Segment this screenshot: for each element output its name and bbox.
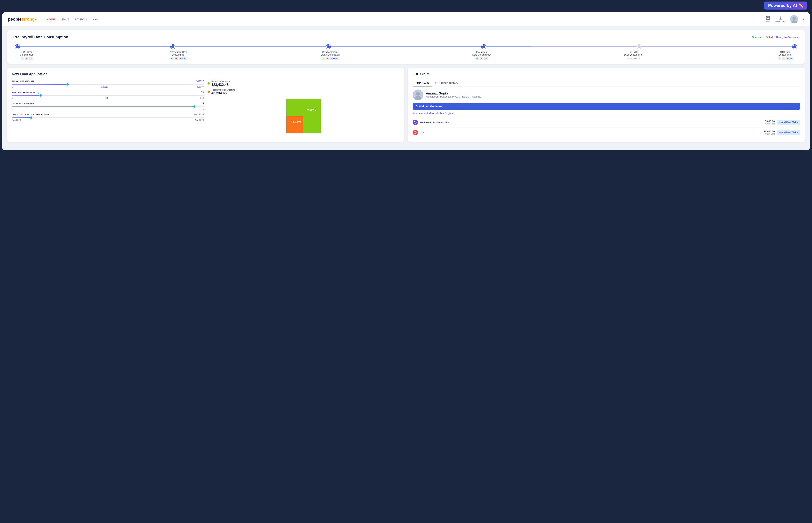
badge-inv-red: 0 bbox=[479, 57, 483, 60]
step-dot-3[interactable] bbox=[481, 45, 486, 49]
principle-range: 0 146317 496107 bbox=[12, 86, 204, 88]
top-bar: Powered by AI ✏️ bbox=[0, 0, 812, 11]
step-dot-1[interactable] bbox=[171, 45, 175, 49]
interest-fill bbox=[12, 106, 194, 107]
downloads-button[interactable]: Downloads bbox=[775, 16, 786, 23]
fbp-title: FBP Claim bbox=[413, 72, 800, 76]
emi-fill bbox=[12, 95, 41, 96]
principle-min: 0 bbox=[12, 86, 13, 88]
badge-att-blue: 54326 bbox=[178, 57, 187, 60]
loan-content: PRINCIPLE AMOUNT 146317 0 146317 496107 bbox=[12, 80, 400, 133]
interest-label-row: INTEREST RATE (%) 5 bbox=[12, 102, 204, 105]
emi-thumb[interactable] bbox=[39, 94, 42, 97]
deduction-track[interactable] bbox=[12, 117, 204, 118]
add-claim-button-0[interactable]: + Add New Claim bbox=[777, 120, 800, 125]
interest-thumb[interactable] bbox=[193, 105, 196, 108]
principle-fill bbox=[12, 84, 68, 85]
nav-bar: peoplestrong+ HOME LEAVE PAYROLL ••• Tas… bbox=[2, 12, 810, 26]
deduction-label-row: LOAN DEDUCTION START MONTH Sep 2024 bbox=[12, 113, 204, 116]
step-label-5: CTC DataConsumption 0 0 5426 bbox=[774, 51, 797, 60]
pie-label-orange: 25.65% bbox=[306, 109, 316, 112]
nav-leave[interactable]: LEAVE bbox=[60, 18, 70, 21]
badge-inv-green: 0 bbox=[475, 57, 479, 60]
interest-min: 0 bbox=[12, 108, 13, 110]
tab-fbp-history[interactable]: FBP Claim History bbox=[432, 80, 461, 87]
step-dot-0[interactable] bbox=[15, 45, 19, 49]
fbp-name: Amanat Gupta bbox=[426, 92, 481, 95]
step-dot-4[interactable] bbox=[637, 45, 641, 49]
claim-limit-value-1: 15,000.00 bbox=[764, 130, 775, 133]
claim-left-0: Fuel Reimbursement New bbox=[413, 120, 450, 125]
step-badges-0: 0 0 1 bbox=[15, 57, 38, 60]
interest-track[interactable] bbox=[12, 106, 204, 107]
chart-legend: Principle Amount 123,432.43 Total Intere… bbox=[208, 80, 399, 97]
nav-home[interactable]: HOME bbox=[46, 18, 55, 21]
tab-fbp-claim[interactable]: FBP Claim bbox=[413, 80, 432, 87]
nav-payroll[interactable]: PAYROLL bbox=[75, 18, 88, 21]
main-card: peoplestrong+ HOME LEAVE PAYROLL ••• Tas… bbox=[2, 12, 810, 150]
emi-mid: 53 bbox=[106, 97, 108, 99]
claim-name-0: Fuel Reimbursement New bbox=[420, 121, 450, 124]
interest-max: 5 bbox=[203, 108, 204, 110]
claim-icon-1 bbox=[413, 130, 418, 135]
fbp-profile-info: Amanat Gupta Management Trainee Employee… bbox=[426, 92, 481, 98]
interest-legend-amount: 43,234.65 bbox=[211, 91, 234, 95]
deduction-thumb[interactable] bbox=[30, 116, 33, 119]
deduction-value: Sep 2024 bbox=[194, 113, 204, 116]
principle-dot bbox=[208, 82, 210, 85]
principle-track[interactable] bbox=[12, 84, 204, 85]
logo: peoplestrong+ bbox=[8, 17, 37, 22]
deduction-label: LOAN DEDUCTION START MONTH bbox=[12, 113, 49, 116]
steps-line-wrapper bbox=[15, 45, 797, 49]
svg-point-9 bbox=[288, 101, 319, 131]
claim-limit-label-1: Claim Limit bbox=[764, 133, 775, 135]
principle-label-row: PRINCIPLE AMOUNT 146317 bbox=[12, 80, 204, 83]
emi-label: EMI TENURE (IN MONTH) bbox=[12, 91, 39, 93]
step-dot-2[interactable] bbox=[326, 45, 331, 49]
claim-limit-block-1: 15,000.00 Claim Limit bbox=[764, 130, 775, 135]
claim-limit-label-0: Claim Limit bbox=[765, 123, 775, 125]
claim-right-1: 15,000.00 Claim Limit + Add New Claim bbox=[764, 130, 800, 135]
avatar[interactable] bbox=[790, 15, 798, 23]
emi-max: 360 bbox=[200, 97, 204, 99]
nav-chevron[interactable]: ▾ bbox=[802, 18, 804, 21]
claim-limit-value-0: 5,000.00 bbox=[765, 120, 775, 123]
interest-legend-label: Total Interest Amount bbox=[211, 88, 234, 91]
legend: Success Failed Ready to Consume bbox=[752, 36, 799, 39]
loan-card: New Loan Application PRINCIPLE AMOUNT 14… bbox=[7, 68, 404, 142]
loan-sliders: PRINCIPLE AMOUNT 146317 0 146317 496107 bbox=[12, 80, 204, 133]
interest-dot bbox=[208, 91, 210, 93]
fbp-card: FBP Claim FBP Claim FBP Claim History bbox=[408, 68, 805, 142]
downloads-label: Downloads bbox=[775, 20, 786, 23]
step-dot-5[interactable] bbox=[793, 45, 797, 49]
badge-hrd-red: 0 bbox=[25, 57, 29, 60]
powered-by-ai-badge: Powered by AI ✏️ bbox=[764, 1, 808, 10]
claim-item-1: LTA 15,000.00 Claim Limit + Add New Clai… bbox=[413, 127, 800, 138]
add-claim-button-1[interactable]: + Add New Claim bbox=[777, 130, 800, 135]
principle-mid: 146317 bbox=[101, 86, 108, 88]
principle-thumb[interactable] bbox=[66, 83, 69, 86]
tasks-button[interactable]: Tasks bbox=[765, 16, 770, 23]
step-badges-2: 0 0 54326 bbox=[319, 57, 342, 60]
deduction-max: Aug 2024 bbox=[195, 119, 204, 121]
badge-ctc-blue: 5426 bbox=[786, 57, 793, 60]
pre-payroll-card: Pre Payroll Data Consumption Success Fai… bbox=[7, 30, 805, 64]
pre-payroll-header: Pre Payroll Data Consumption Success Fai… bbox=[13, 35, 799, 39]
interest-legend-row: Total Interest Amount 43,234.65 bbox=[208, 88, 399, 95]
fbp-tabs: FBP Claim FBP Claim History bbox=[413, 80, 800, 87]
step-label-2: ReimbursementData Consumption 0 0 54326 bbox=[319, 51, 342, 60]
svg-point-6 bbox=[793, 17, 796, 20]
principle-label: PRINCIPLE AMOUNT bbox=[12, 80, 34, 83]
emi-track[interactable] bbox=[12, 95, 204, 96]
legend-ready: Ready to Consume bbox=[776, 36, 799, 39]
nav-more[interactable]: ••• bbox=[93, 17, 98, 22]
legend-failed: Failed bbox=[766, 36, 773, 39]
badge-re-red: 0 bbox=[326, 57, 329, 60]
badge-ctc-red: 0 bbox=[782, 57, 785, 60]
tasks-label: Tasks bbox=[765, 20, 770, 23]
badge-hrd-blue: 1 bbox=[29, 57, 33, 60]
emi-range: 0 53 360 bbox=[12, 97, 204, 99]
badge-re-blue: 54326 bbox=[331, 57, 339, 60]
steps-line-gray bbox=[531, 47, 797, 47]
deduction-slider-section: LOAN DEDUCTION START MONTH Sep 2024 Sep … bbox=[12, 113, 204, 121]
